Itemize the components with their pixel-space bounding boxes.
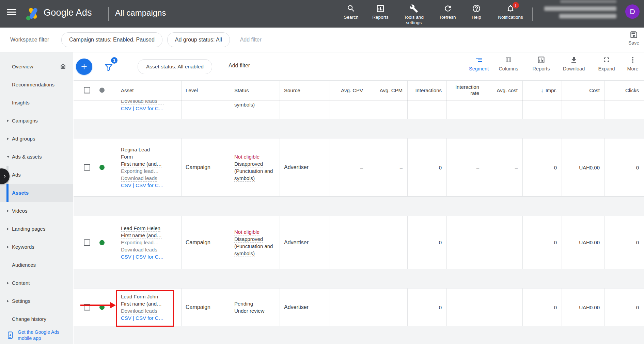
row-checkbox[interactable] [84, 304, 90, 311]
divider [108, 7, 109, 21]
sidebar-item-audiences[interactable]: Audiences [0, 256, 73, 274]
chevron-right-icon [7, 228, 9, 230]
assets-content: 1 Asset status: All enabled Add filter S… [74, 52, 644, 344]
csv-link[interactable]: CSV [121, 315, 131, 321]
workspace-add-filter[interactable]: Add filter [240, 37, 262, 43]
filter-funnel-icon [104, 62, 114, 72]
sidebar-item-videos[interactable]: Videos [0, 202, 73, 220]
reports-table-button[interactable]: Reports [525, 56, 557, 71]
status-not-eligible[interactable]: Not eligible [234, 229, 260, 235]
sidebar-item-overview[interactable]: Overview [0, 58, 73, 76]
status-dot-header-icon [99, 88, 105, 93]
more-button[interactable]: More [623, 56, 643, 71]
avatar[interactable]: D [625, 4, 640, 19]
reports-button[interactable]: Reports [368, 4, 393, 20]
csv-link[interactable]: CSV [121, 182, 131, 188]
select-all-checkbox[interactable] [84, 87, 90, 94]
wrench-icon [409, 4, 418, 13]
header-asset[interactable]: Asset [74, 81, 182, 100]
csv-link[interactable]: CSV [121, 254, 131, 260]
status-pending: Pending [234, 301, 253, 307]
level-value: Campaign [186, 164, 210, 170]
tools-and-settings-button[interactable]: Tools and settings [397, 4, 430, 26]
header-impr[interactable]: ↓Impr. [523, 81, 562, 100]
sidebar-item-insights[interactable]: Insights [0, 94, 73, 112]
topbar-nav: Search Reports Tools and settings Refres… [339, 4, 529, 26]
sidebar-item-ad-groups[interactable]: Ad groups [0, 130, 73, 148]
help-icon [472, 4, 481, 13]
ad-group-status-chip[interactable]: Ad group status: All [167, 32, 230, 47]
filter-count-badge: 1 [111, 57, 117, 64]
asset-status-chip[interactable]: Asset status: All enabled [138, 59, 212, 74]
menu-icon[interactable] [7, 9, 16, 16]
header-level[interactable]: Level [182, 81, 230, 100]
sidebar-item-landing-pages[interactable]: Landing pages [0, 220, 73, 238]
download-button[interactable]: Download [557, 56, 590, 71]
mobile-app-link[interactable]: Get the Google Ads mobile app [0, 326, 73, 344]
header-avg-cpv[interactable]: Avg. CPV [330, 81, 368, 100]
csv-for-campaign-link[interactable]: CSV for C… [136, 315, 164, 321]
csv-link[interactable]: CSV [121, 105, 131, 111]
header-clicks[interactable]: Clicks [605, 81, 644, 100]
csv-links: CSV | CSV for C… [121, 253, 164, 260]
search-button[interactable]: Search [339, 4, 363, 20]
segment-button[interactable]: Segment [466, 56, 492, 71]
sidebar-item-change-history[interactable]: Change history [0, 310, 73, 328]
row-checkbox[interactable] [84, 164, 90, 171]
csv-separator: | [133, 105, 134, 111]
header-avg-cost[interactable]: Avg. cost [484, 81, 523, 100]
header-cost[interactable]: Cost [562, 81, 605, 100]
header-status[interactable]: Status [230, 81, 280, 100]
csv-for-campaign-link[interactable]: CSV for C… [136, 105, 164, 111]
table-row-john: Lead Form John First name (and… Download… [74, 289, 644, 326]
save-button[interactable]: Save [628, 30, 639, 46]
header-interactions[interactable]: Interactions [408, 81, 447, 100]
add-filter-button[interactable]: Add filter [229, 63, 250, 69]
refresh-button[interactable]: Refresh [435, 4, 461, 20]
sidebar-item-content[interactable]: Content [0, 274, 73, 292]
expand-button[interactable]: Expand [590, 56, 623, 71]
source-value: Advertiser [284, 304, 309, 310]
help-button[interactable]: Help [466, 4, 487, 20]
chevron-right-icon [7, 282, 9, 284]
sidebar-item-settings[interactable]: Settings [0, 292, 73, 310]
sidebar-item-assets[interactable]: Assets [0, 184, 73, 202]
reports-icon [376, 4, 385, 13]
header-avg-cpm[interactable]: Avg. CPM [368, 81, 408, 100]
workspace-filter-label: Workspace filter [10, 37, 61, 43]
account-info-redacted [541, 6, 616, 18]
header-interaction-rate[interactable]: Interaction rate [447, 81, 484, 100]
csv-for-campaign-link[interactable]: CSV for C… [136, 254, 164, 260]
chevron-right-icon [2, 174, 7, 179]
csv-for-campaign-link[interactable]: CSV for C… [136, 182, 164, 188]
sidebar-nav: Overview Recommendations Insights Campai… [0, 52, 73, 344]
sidebar-item-keywords[interactable]: Keywords [0, 238, 73, 256]
redacted-blur [560, 0, 616, 3]
columns-icon [504, 56, 513, 64]
columns-button[interactable]: Columns [492, 56, 525, 71]
chart-box-icon [537, 56, 545, 64]
sidebar-item-campaigns[interactable]: Campaigns [0, 112, 73, 130]
csv-links: CSV | CSV for C… [121, 182, 164, 189]
search-icon [347, 4, 356, 13]
row-separator [74, 269, 644, 289]
level-value: Campaign [186, 240, 210, 246]
sidebar-item-ads-and-assets[interactable]: Ads & assets [0, 148, 73, 166]
status-not-eligible[interactable]: Not eligible [234, 153, 260, 160]
sidebar-item-recommendations[interactable]: Recommendations [0, 76, 73, 94]
add-asset-button[interactable] [76, 59, 92, 75]
sort-descending-icon: ↓ [541, 87, 544, 93]
sidebar-item-ads[interactable]: Ads [0, 166, 73, 184]
source-value: Advertiser [284, 240, 309, 246]
notifications-button[interactable]: Notifications ! [492, 4, 529, 20]
header-source[interactable]: Source [280, 81, 330, 100]
plus-icon [80, 62, 89, 71]
chevron-right-icon [7, 246, 9, 248]
enabled-status-dot-icon [99, 305, 105, 310]
row-checkbox[interactable] [84, 239, 90, 246]
page-title: All campaigns [115, 8, 166, 18]
campaign-status-chip[interactable]: Campaign status: Enabled, Paused [61, 32, 162, 47]
filter-button[interactable] [104, 62, 114, 72]
table-actions: Segment Columns Reports Download Expand [466, 56, 643, 71]
refresh-icon [443, 4, 452, 13]
